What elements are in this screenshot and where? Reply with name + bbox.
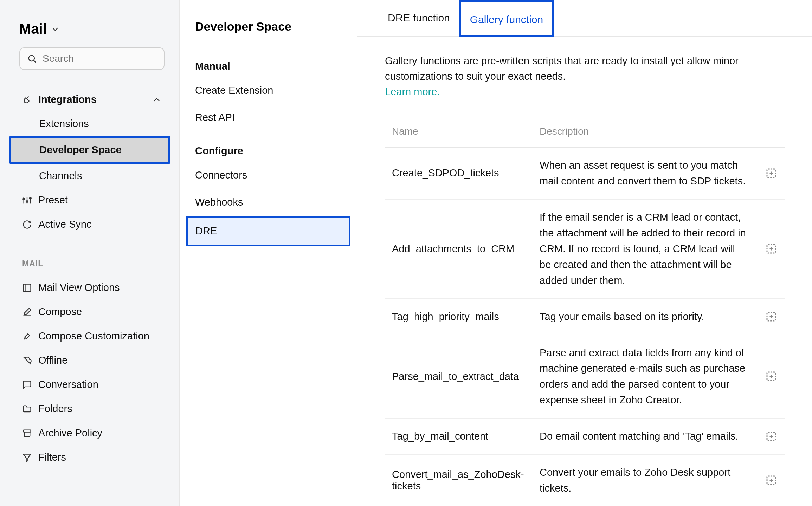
menu-item-create-extension[interactable]: Create Extension	[189, 77, 348, 104]
cloud-off-icon	[22, 356, 32, 365]
chevron-up-icon	[152, 95, 162, 105]
row-description: Do email content matching and 'Tag' emai…	[540, 428, 755, 444]
chevron-down-icon	[50, 24, 60, 34]
middle-panel: Developer Space Manual Create Extension …	[180, 0, 357, 506]
plug-icon	[22, 95, 32, 105]
sidebar-item-label: Preset	[38, 194, 68, 206]
sidebar-item-preset[interactable]: Preset	[19, 188, 165, 212]
menu-item-dre[interactable]: DRE	[186, 216, 350, 246]
sidebar-item-conversation[interactable]: Conversation	[19, 372, 165, 397]
table-row[interactable]: Tag_high_priority_mailsTag your emails b…	[385, 299, 785, 335]
sidebar-item-filters[interactable]: Filters	[19, 445, 165, 469]
row-name: Convert_mail_as_ZohoDesk-tickets	[392, 469, 540, 492]
sidebar-item-label: Compose Customization	[38, 330, 149, 342]
svg-rect-8	[24, 284, 31, 291]
sidebar-item-label: Archive Policy	[38, 427, 102, 439]
sidebar-item-label: Conversation	[38, 379, 98, 390]
table-row[interactable]: Parse_mail_to_extract_dataParse and extr…	[385, 335, 785, 419]
tools-icon	[22, 331, 32, 341]
tab-gallery-function[interactable]: Gallery function	[459, 0, 554, 37]
learn-more-link[interactable]: Learn more.	[385, 86, 440, 98]
sliders-icon	[22, 195, 32, 205]
archive-icon	[22, 428, 32, 438]
sidebar-item-compose-customization[interactable]: Compose Customization	[19, 324, 165, 348]
sidebar-item-label: Offline	[38, 355, 67, 366]
main-panel: DRE function Gallery function Gallery fu…	[357, 0, 812, 506]
sidebar-item-label: Active Sync	[38, 219, 92, 230]
tab-dre-function[interactable]: DRE function	[379, 0, 459, 36]
svg-marker-12	[24, 454, 31, 461]
left-sidebar: Mail Integrations Extensions Developer S…	[0, 0, 180, 506]
sidebar-item-folders[interactable]: Folders	[19, 397, 165, 421]
sidebar-item-label: Compose	[38, 306, 82, 318]
sidebar-item-label: Filters	[38, 452, 66, 463]
menu-item-connectors[interactable]: Connectors	[189, 162, 348, 189]
row-description: Tag your emails based on its priority.	[540, 309, 755, 325]
sidebar-item-channels[interactable]: Channels	[19, 164, 165, 188]
row-description: Convert your emails to Zoho Desk support…	[540, 465, 755, 496]
row-name: Add_attachments_to_CRM	[392, 243, 540, 255]
sidebar-item-label: Developer Space	[39, 144, 122, 156]
sidebar-item-compose[interactable]: Compose	[19, 300, 165, 324]
row-description: When an asset request is sent to you mat…	[540, 157, 755, 189]
row-name: Create_SDPOD_tickets	[392, 167, 540, 179]
sidebar-item-archive-policy[interactable]: Archive Policy	[19, 421, 165, 445]
layout-icon	[22, 283, 32, 293]
search-container[interactable]	[19, 47, 165, 70]
add-function-button[interactable]	[765, 310, 778, 323]
table-header: Name Description	[385, 126, 785, 148]
table-row[interactable]: Tag_by_mail_contentDo email content matc…	[385, 419, 785, 455]
edit-icon	[22, 307, 32, 317]
group-label-manual: Manual	[189, 56, 348, 77]
divider	[19, 246, 165, 246]
sidebar-item-active-sync[interactable]: Active Sync	[19, 212, 165, 236]
folder-icon	[22, 404, 32, 414]
section-label-mail: MAIL	[19, 255, 165, 275]
sidebar-item-developer-space[interactable]: Developer Space	[9, 136, 170, 164]
sidebar-item-integrations[interactable]: Integrations	[19, 87, 165, 112]
row-description: If the email sender is a CRM lead or con…	[540, 209, 755, 288]
app-title-dropdown[interactable]: Mail	[19, 21, 165, 37]
sidebar-item-label: Channels	[39, 170, 82, 182]
sync-icon	[22, 220, 32, 229]
add-function-button[interactable]	[765, 167, 778, 180]
content-body: Gallery functions are pre-written script…	[357, 37, 812, 506]
svg-rect-11	[24, 430, 31, 432]
column-header-name: Name	[392, 126, 540, 137]
gallery-table: Name Description Create_SDPOD_ticketsWhe…	[385, 126, 785, 506]
sidebar-item-label: Folders	[38, 403, 72, 415]
add-function-button[interactable]	[765, 430, 778, 443]
add-function-button[interactable]	[765, 474, 778, 487]
add-function-button[interactable]	[765, 242, 778, 255]
group-label-configure: Configure	[189, 140, 348, 162]
intro-text: Gallery functions are pre-written script…	[385, 53, 758, 84]
add-function-button[interactable]	[765, 370, 778, 383]
column-header-description: Description	[540, 126, 755, 137]
row-name: Tag_by_mail_content	[392, 430, 540, 442]
sidebar-item-offline[interactable]: Offline	[19, 348, 165, 372]
search-icon	[27, 54, 37, 64]
table-row[interactable]: Create_SDPOD_ticketsWhen an asset reques…	[385, 148, 785, 200]
table-row[interactable]: Add_attachments_to_CRMIf the email sende…	[385, 200, 785, 299]
sidebar-item-extensions[interactable]: Extensions	[19, 112, 165, 136]
sidebar-item-label: Mail View Options	[38, 282, 120, 293]
menu-item-rest-api[interactable]: Rest API	[189, 104, 348, 131]
svg-point-0	[29, 56, 34, 61]
sidebar-item-mail-view-options[interactable]: Mail View Options	[19, 275, 165, 300]
filter-icon	[22, 453, 32, 462]
middle-panel-title: Developer Space	[189, 20, 348, 41]
sidebar-item-label: Integrations	[38, 94, 97, 105]
table-row[interactable]: Convert_mail_as_ZohoDesk-ticketsConvert …	[385, 455, 785, 506]
row-name: Parse_mail_to_extract_data	[392, 371, 540, 382]
tabs: DRE function Gallery function	[357, 0, 812, 37]
sidebar-item-label: Extensions	[39, 118, 89, 130]
chat-icon	[22, 380, 32, 390]
menu-item-webhooks[interactable]: Webhooks	[189, 189, 348, 216]
svg-line-1	[34, 60, 36, 62]
row-name: Tag_high_priority_mails	[392, 311, 540, 323]
svg-line-10	[24, 357, 31, 364]
app-title-label: Mail	[19, 21, 47, 37]
search-input[interactable]	[43, 53, 168, 64]
row-description: Parse and extract data fields from any k…	[540, 345, 755, 408]
